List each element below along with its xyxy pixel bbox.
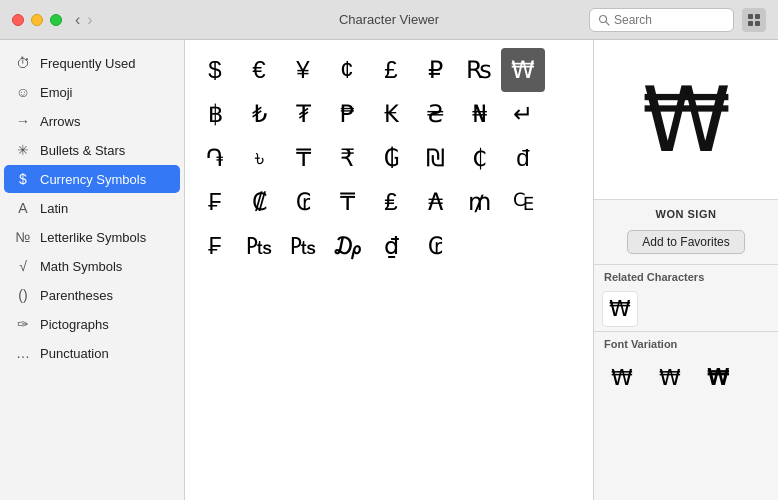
related-chars-list: ₩ bbox=[594, 287, 778, 331]
char-cell[interactable]: ₢ bbox=[413, 224, 457, 268]
char-preview: ₩ bbox=[594, 40, 778, 200]
window-title: Character Viewer bbox=[339, 12, 439, 27]
dollar-icon: $ bbox=[14, 170, 32, 188]
sidebar-item-punctuation[interactable]: …Punctuation bbox=[4, 339, 180, 367]
char-cell[interactable]: ฿ bbox=[193, 92, 237, 136]
titlebar: ‹ › Character Viewer bbox=[0, 0, 778, 40]
char-cell[interactable]: ₣ bbox=[193, 224, 237, 268]
svg-line-1 bbox=[606, 21, 610, 25]
sidebar-item-label: Math Symbols bbox=[40, 259, 122, 274]
add-favorites-button[interactable]: Add to Favorites bbox=[627, 230, 744, 254]
close-button[interactable] bbox=[12, 14, 24, 26]
char-cell[interactable]: ¥ bbox=[281, 48, 325, 92]
char-cell[interactable]: ₤ bbox=[369, 180, 413, 224]
char-cell[interactable]: ₫ bbox=[369, 224, 413, 268]
char-cell[interactable]: ₽ bbox=[413, 48, 457, 92]
char-cell[interactable]: ₡ bbox=[237, 180, 281, 224]
char-cell[interactable]: ₢ bbox=[281, 180, 325, 224]
char-grid: $€¥¢£₽₨₩฿₺₮₱₭₴₦↵֏৳₸₹₲₪₵đ₣₡₢₸₤₳₥₠₣₧₧₯₫₢ bbox=[185, 40, 593, 500]
sidebar-item-math-symbols[interactable]: √Math Symbols bbox=[4, 252, 180, 280]
sidebar-item-label: Letterlike Symbols bbox=[40, 230, 146, 245]
char-cell[interactable]: £ bbox=[369, 48, 413, 92]
char-cell[interactable]: ↵ bbox=[501, 92, 545, 136]
sidebar-item-label: Parentheses bbox=[40, 288, 113, 303]
grid-icon bbox=[747, 13, 761, 27]
char-cell[interactable]: ₨ bbox=[457, 48, 501, 92]
char-cell[interactable]: ৳ bbox=[237, 136, 281, 180]
char-name: WON SIGN bbox=[594, 200, 778, 226]
svg-rect-3 bbox=[755, 14, 760, 19]
sidebar-item-letterlike-symbols[interactable]: №Letterlike Symbols bbox=[4, 223, 180, 251]
sidebar: ⏱Frequently Used☺Emoji→Arrows✳Bullets & … bbox=[0, 40, 185, 500]
sidebar-item-label: Arrows bbox=[40, 114, 80, 129]
arrow-icon: → bbox=[14, 112, 32, 130]
char-cell[interactable]: ₸ bbox=[325, 180, 369, 224]
sidebar-item-latin[interactable]: ALatin bbox=[4, 194, 180, 222]
svg-rect-2 bbox=[748, 14, 753, 19]
sidebar-item-emoji[interactable]: ☺Emoji bbox=[4, 78, 180, 106]
font-variation-char-0[interactable]: ₩ bbox=[602, 358, 642, 398]
char-cell[interactable]: ₺ bbox=[237, 92, 281, 136]
char-cell[interactable]: ₧ bbox=[237, 224, 281, 268]
pictographs-icon: ✑ bbox=[14, 315, 32, 333]
char-cell[interactable]: ₥ bbox=[457, 180, 501, 224]
search-box[interactable] bbox=[589, 8, 734, 32]
char-cell[interactable]: ₦ bbox=[457, 92, 501, 136]
sidebar-item-label: Frequently Used bbox=[40, 56, 135, 71]
sidebar-item-label: Latin bbox=[40, 201, 68, 216]
titlebar-right bbox=[589, 8, 766, 32]
search-icon bbox=[598, 14, 610, 26]
char-cell[interactable]: ₧ bbox=[281, 224, 325, 268]
detail-panel: ₩ WON SIGN Add to Favorites Related Char… bbox=[593, 40, 778, 500]
maximize-button[interactable] bbox=[50, 14, 62, 26]
char-cell[interactable]: ₲ bbox=[369, 136, 413, 180]
char-cell[interactable]: đ bbox=[501, 136, 545, 180]
char-cell[interactable]: ₸ bbox=[281, 136, 325, 180]
char-cell[interactable]: ֏ bbox=[193, 136, 237, 180]
char-cell[interactable]: ₱ bbox=[325, 92, 369, 136]
search-input[interactable] bbox=[614, 13, 725, 27]
char-cell[interactable]: $ bbox=[193, 48, 237, 92]
clock-icon: ⏱ bbox=[14, 54, 32, 72]
related-chars-label: Related Characters bbox=[594, 264, 778, 287]
sidebar-item-pictographs[interactable]: ✑Pictographs bbox=[4, 310, 180, 338]
emoji-icon: ☺ bbox=[14, 83, 32, 101]
char-cell[interactable]: ₹ bbox=[325, 136, 369, 180]
char-cell[interactable]: ₳ bbox=[413, 180, 457, 224]
font-variation-char-2[interactable]: ₩ bbox=[698, 358, 738, 398]
related-char[interactable]: ₩ bbox=[602, 291, 638, 327]
sidebar-item-frequently-used[interactable]: ⏱Frequently Used bbox=[4, 49, 180, 77]
back-button[interactable]: ‹ bbox=[75, 11, 80, 29]
char-cell[interactable]: ₮ bbox=[281, 92, 325, 136]
char-cell[interactable]: ₯ bbox=[325, 224, 369, 268]
font-variation-char-1[interactable]: ₩ bbox=[650, 358, 690, 398]
char-cell[interactable]: ₪ bbox=[413, 136, 457, 180]
char-cell[interactable]: ¢ bbox=[325, 48, 369, 92]
latin-icon: A bbox=[14, 199, 32, 217]
sidebar-item-arrows[interactable]: →Arrows bbox=[4, 107, 180, 135]
sidebar-item-label: Bullets & Stars bbox=[40, 143, 125, 158]
sidebar-item-label: Currency Symbols bbox=[40, 172, 146, 187]
char-cell[interactable]: ₩ bbox=[501, 48, 545, 92]
char-cell[interactable]: ₭ bbox=[369, 92, 413, 136]
main-content: ⏱Frequently Used☺Emoji→Arrows✳Bullets & … bbox=[0, 40, 778, 500]
window-controls[interactable]: ‹ › bbox=[12, 11, 93, 29]
preview-char: ₩ bbox=[642, 67, 731, 172]
char-cell[interactable]: ₴ bbox=[413, 92, 457, 136]
grid-view-button[interactable] bbox=[742, 8, 766, 32]
sidebar-item-currency-symbols[interactable]: $Currency Symbols bbox=[4, 165, 180, 193]
char-cell[interactable]: € bbox=[237, 48, 281, 92]
char-cell[interactable]: ₠ bbox=[501, 180, 545, 224]
sidebar-item-parentheses[interactable]: ()Parentheses bbox=[4, 281, 180, 309]
char-cell[interactable]: ₣ bbox=[193, 180, 237, 224]
star-icon: ✳ bbox=[14, 141, 32, 159]
sidebar-item-label: Pictographs bbox=[40, 317, 109, 332]
svg-rect-4 bbox=[748, 21, 753, 26]
font-variation-label: Font Variation bbox=[594, 331, 778, 354]
minimize-button[interactable] bbox=[31, 14, 43, 26]
forward-button[interactable]: › bbox=[87, 11, 92, 29]
char-cell[interactable]: ₵ bbox=[457, 136, 501, 180]
sidebar-item-label: Emoji bbox=[40, 85, 73, 100]
sidebar-item-bullets-stars[interactable]: ✳Bullets & Stars bbox=[4, 136, 180, 164]
font-variation-list: ₩₩₩ bbox=[594, 354, 778, 402]
